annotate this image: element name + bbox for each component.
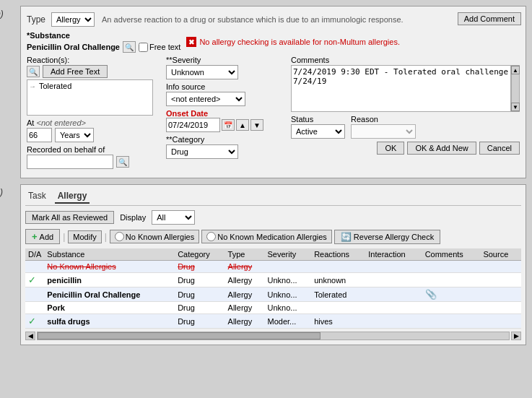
horizontal-scrollbar[interactable]: [37, 332, 510, 340]
no-known-allergies-button[interactable]: No Known Allergies: [110, 230, 199, 243]
cell-category: Drug: [175, 287, 224, 302]
cancel-button[interactable]: Cancel: [479, 142, 520, 155]
cell-source: [480, 302, 521, 314]
no-known-med-radio[interactable]: [206, 232, 216, 241]
cell-substance: Penicillin Oral Challenge: [44, 287, 175, 302]
cell-reactions: [311, 261, 365, 273]
info-source-select[interactable]: <not entered>: [166, 92, 245, 106]
panel-c: Task Allergy Mark All as Reviewed Displa…: [20, 184, 526, 345]
age-unit-select[interactable]: Years: [55, 128, 94, 142]
reason-select[interactable]: [351, 124, 416, 139]
cell-type: Allergy: [225, 287, 265, 302]
age-input[interactable]: [27, 128, 52, 142]
status-select[interactable]: Active: [291, 124, 345, 139]
add-free-text-button[interactable]: Add Free Text: [43, 65, 108, 78]
info-source-label: Info source: [166, 82, 285, 91]
free-text-checkbox[interactable]: [139, 43, 148, 52]
cell-severity: Unkno...: [265, 302, 312, 314]
cell-source: [480, 314, 521, 329]
cell-reactions: hives: [311, 314, 365, 329]
reverse-allergy-check-button[interactable]: 🔄 Reverse Allergy Check: [334, 230, 440, 244]
no-known-med-button[interactable]: No Known Medication Allergies: [201, 230, 332, 243]
cell-severity: Unkno...: [265, 287, 312, 302]
cell-category: Drug: [175, 302, 224, 314]
comments-scrollbar[interactable]: ▲ ▼: [511, 65, 520, 112]
recorded-input[interactable]: [27, 155, 113, 169]
substance-section: *Substance Penicillin Oral Challenge 🔍 F…: [27, 31, 180, 53]
tab-task[interactable]: Task: [25, 189, 49, 204]
cell-severity: Moder...: [265, 314, 312, 329]
scroll-left-arrow[interactable]: ◀: [25, 332, 35, 340]
cell-comments: 📎: [422, 287, 481, 302]
reaction-text: Tolerated: [39, 82, 71, 90]
comments-textarea[interactable]: 7/24/2019 9:30 EDT - Tolerated oral chal…: [291, 65, 511, 112]
cell-reactions: unknown: [311, 273, 365, 287]
cell-severity: [265, 261, 312, 273]
category-select[interactable]: Drug: [166, 144, 238, 159]
cell-interaction: [365, 302, 422, 314]
bottom-buttons: OK OK & Add New Cancel: [291, 142, 520, 155]
table-row[interactable]: No Known AllergiesDrugAllergy: [25, 261, 521, 273]
add-comment-button[interactable]: Add Comment: [458, 12, 521, 25]
col-da: D/A: [25, 248, 44, 261]
recorded-section: Recorded on behalf of 🔍: [27, 145, 160, 169]
modify-button[interactable]: Modify: [68, 230, 101, 243]
col-interaction: Interaction: [365, 248, 422, 261]
onset-calendar-icon[interactable]: 📅: [222, 119, 235, 131]
table-row[interactable]: ✓penicillinDrugAllergyUnkno...unknown: [25, 273, 521, 287]
ok-add-new-button[interactable]: OK & Add New: [407, 142, 476, 155]
add-button[interactable]: + Add: [25, 229, 60, 244]
no-known-radio[interactable]: [115, 232, 124, 241]
reaction-item: → Tolerated: [29, 82, 151, 90]
col-type: Type: [225, 248, 265, 261]
display-select[interactable]: All: [152, 210, 195, 225]
severity-label: *Severity: [166, 56, 285, 64]
panel-b: Add Comment Type Allergy An adverse reac…: [20, 6, 526, 178]
ok-button[interactable]: OK: [377, 142, 404, 155]
check-mark-icon: ✓: [28, 274, 36, 285]
substance-value: Penicillin Oral Challenge: [27, 43, 120, 51]
cell-interaction: [365, 261, 422, 273]
cell-interaction: [365, 287, 422, 302]
cell-da: [25, 261, 44, 273]
mark-reviewed-button[interactable]: Mark All as Reviewed: [25, 211, 114, 224]
type-label: Type: [27, 14, 47, 25]
reactions-search-icon[interactable]: 🔍: [27, 66, 40, 77]
paperclip-icon: 📎: [425, 289, 437, 300]
toolbar-row: Mark All as Reviewed Display All: [25, 210, 521, 225]
onset-date-input[interactable]: [166, 118, 220, 132]
onset-label: Onset Date: [166, 109, 208, 118]
onset-up-icon[interactable]: ▲: [236, 119, 249, 131]
scroll-right-arrow[interactable]: ▶: [511, 332, 521, 340]
onset-down-icon[interactable]: ▼: [250, 119, 263, 131]
recorded-label: Recorded on behalf of: [27, 145, 160, 154]
substance-search-icon[interactable]: 🔍: [123, 41, 136, 53]
no-known-label: No Known Allergies: [126, 233, 194, 241]
reason-label: Reason: [351, 115, 416, 124]
cell-comments: [422, 302, 481, 314]
tab-allergy[interactable]: Allergy: [55, 189, 90, 204]
cell-category: Drug: [175, 273, 224, 287]
table-row[interactable]: PorkDrugAllergyUnkno...: [25, 302, 521, 314]
severity-select[interactable]: Unknown: [166, 65, 238, 79]
horizontal-scrollbar-area: ◀ ▶: [25, 332, 521, 340]
recorded-search-icon[interactable]: 🔍: [116, 156, 129, 168]
cell-da: [25, 302, 44, 314]
type-row: Type Allergy An adverse reaction to a dr…: [27, 12, 520, 27]
action-buttons: + Add | Modify | No Known Allergies No K…: [25, 229, 521, 244]
cell-type: Allergy: [225, 302, 265, 314]
cell-strikethrough: Drug: [178, 262, 195, 271]
scroll-up-icon[interactable]: ▲: [511, 66, 520, 74]
category-label: *Category: [166, 135, 285, 144]
at-section: At <not entered> Years: [27, 118, 160, 142]
substance-text: Penicillin Oral Challenge: [47, 290, 140, 299]
table-row[interactable]: Penicillin Oral ChallengeDrugAllergyUnkn…: [25, 287, 521, 302]
cell-category: Drug: [175, 314, 224, 329]
cell-source: [480, 287, 521, 302]
type-select[interactable]: Allergy: [51, 12, 95, 27]
type-description: An adverse reaction to a drug or substan…: [102, 15, 404, 24]
table-row[interactable]: ✓sulfa drugsDrugAllergyModer...hives: [25, 314, 521, 329]
scroll-down-icon[interactable]: ▼: [511, 103, 520, 111]
scrollbar-thumb: [38, 332, 320, 339]
separator2: |: [105, 232, 107, 242]
